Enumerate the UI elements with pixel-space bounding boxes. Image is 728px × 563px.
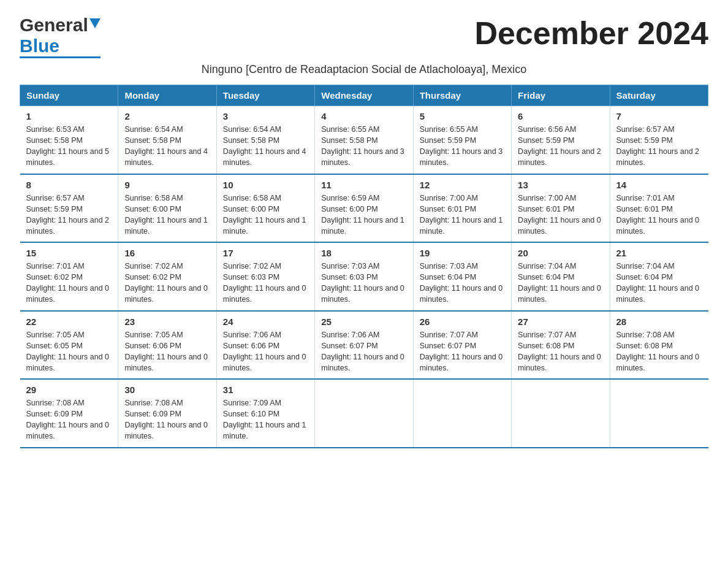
day-number: 6 <box>518 111 603 121</box>
day-cell: 27 Sunrise: 7:07 AMSunset: 6:08 PMDaylig… <box>512 311 610 380</box>
day-cell: 22 Sunrise: 7:05 AMSunset: 6:05 PMDaylig… <box>20 311 118 380</box>
logo-underline <box>20 56 100 58</box>
day-cell: 7 Sunrise: 6:57 AMSunset: 5:59 PMDayligh… <box>610 106 708 174</box>
col-header-friday: Friday <box>512 85 610 106</box>
day-number: 31 <box>223 385 308 395</box>
header: General Blue December 2024 <box>20 15 708 58</box>
day-cell: 25 Sunrise: 7:06 AMSunset: 6:07 PMDaylig… <box>315 311 413 380</box>
day-info: Sunrise: 7:01 AMSunset: 6:02 PMDaylight:… <box>26 262 110 304</box>
day-info: Sunrise: 7:06 AMSunset: 6:07 PMDaylight:… <box>321 331 404 372</box>
day-cell: 15 Sunrise: 7:01 AMSunset: 6:02 PMDaylig… <box>20 242 118 311</box>
day-number: 30 <box>124 385 210 395</box>
calendar-header-row: SundayMondayTuesdayWednesdayThursdayFrid… <box>20 85 708 106</box>
day-cell: 20 Sunrise: 7:04 AMSunset: 6:04 PMDaylig… <box>512 242 610 311</box>
day-info: Sunrise: 7:08 AMSunset: 6:09 PMDaylight:… <box>26 399 110 440</box>
day-cell <box>315 379 413 448</box>
day-info: Sunrise: 6:57 AMSunset: 5:59 PMDaylight:… <box>616 125 700 167</box>
week-row-1: 1 Sunrise: 6:53 AMSunset: 5:58 PMDayligh… <box>20 106 708 174</box>
day-info: Sunrise: 7:05 AMSunset: 6:05 PMDaylight:… <box>26 331 110 372</box>
day-number: 26 <box>420 316 505 327</box>
day-cell: 19 Sunrise: 7:03 AMSunset: 6:04 PMDaylig… <box>413 242 511 311</box>
day-number: 7 <box>616 111 702 121</box>
day-number: 2 <box>124 111 210 121</box>
day-number: 15 <box>26 248 112 258</box>
day-info: Sunrise: 6:59 AMSunset: 6:00 PMDaylight:… <box>321 194 404 236</box>
day-info: Sunrise: 7:07 AMSunset: 6:07 PMDaylight:… <box>420 331 503 372</box>
day-number: 1 <box>26 111 112 121</box>
day-info: Sunrise: 7:08 AMSunset: 6:09 PMDaylight:… <box>124 399 208 440</box>
day-cell: 30 Sunrise: 7:08 AMSunset: 6:09 PMDaylig… <box>118 379 216 448</box>
week-row-4: 22 Sunrise: 7:05 AMSunset: 6:05 PMDaylig… <box>20 311 708 380</box>
day-cell: 11 Sunrise: 6:59 AMSunset: 6:00 PMDaylig… <box>315 174 413 243</box>
day-info: Sunrise: 7:02 AMSunset: 6:02 PMDaylight:… <box>124 262 208 304</box>
day-cell: 29 Sunrise: 7:08 AMSunset: 6:09 PMDaylig… <box>20 379 118 448</box>
day-number: 9 <box>124 180 210 190</box>
day-cell <box>610 379 708 448</box>
day-cell: 10 Sunrise: 6:58 AMSunset: 6:00 PMDaylig… <box>216 174 314 243</box>
day-info: Sunrise: 7:04 AMSunset: 6:04 PMDaylight:… <box>518 262 601 304</box>
day-info: Sunrise: 6:58 AMSunset: 6:00 PMDaylight:… <box>124 194 208 236</box>
day-number: 11 <box>321 180 406 190</box>
day-info: Sunrise: 6:57 AMSunset: 5:59 PMDaylight:… <box>26 194 110 236</box>
day-info: Sunrise: 6:55 AMSunset: 5:58 PMDaylight:… <box>321 125 404 167</box>
day-info: Sunrise: 7:00 AMSunset: 6:01 PMDaylight:… <box>518 194 601 236</box>
day-info: Sunrise: 6:54 AMSunset: 5:58 PMDaylight:… <box>124 125 208 167</box>
day-cell: 31 Sunrise: 7:09 AMSunset: 6:10 PMDaylig… <box>216 379 314 448</box>
day-number: 3 <box>223 111 308 121</box>
day-cell: 26 Sunrise: 7:07 AMSunset: 6:07 PMDaylig… <box>413 311 511 380</box>
col-header-monday: Monday <box>118 85 216 106</box>
day-number: 19 <box>420 248 505 258</box>
day-cell: 4 Sunrise: 6:55 AMSunset: 5:58 PMDayligh… <box>315 106 413 174</box>
page-title: December 2024 <box>474 15 708 52</box>
day-info: Sunrise: 6:55 AMSunset: 5:59 PMDaylight:… <box>420 125 503 167</box>
day-cell: 13 Sunrise: 7:00 AMSunset: 6:01 PMDaylig… <box>512 174 610 243</box>
day-number: 23 <box>124 316 210 327</box>
logo-general: General <box>20 15 88 36</box>
day-cell: 18 Sunrise: 7:03 AMSunset: 6:03 PMDaylig… <box>315 242 413 311</box>
day-info: Sunrise: 7:00 AMSunset: 6:01 PMDaylight:… <box>420 194 503 236</box>
day-number: 24 <box>223 316 308 327</box>
day-cell <box>512 379 610 448</box>
col-header-thursday: Thursday <box>413 85 511 106</box>
day-cell: 8 Sunrise: 6:57 AMSunset: 5:59 PMDayligh… <box>20 174 118 243</box>
day-number: 20 <box>518 248 603 258</box>
day-info: Sunrise: 7:06 AMSunset: 6:06 PMDaylight:… <box>223 331 306 372</box>
day-info: Sunrise: 7:07 AMSunset: 6:08 PMDaylight:… <box>518 331 601 372</box>
svg-marker-0 <box>89 18 100 28</box>
day-cell <box>413 379 511 448</box>
day-number: 16 <box>124 248 210 258</box>
logo: General Blue <box>20 15 100 58</box>
day-number: 28 <box>616 316 702 327</box>
day-number: 29 <box>26 385 112 395</box>
day-info: Sunrise: 7:01 AMSunset: 6:01 PMDaylight:… <box>616 194 700 236</box>
day-cell: 6 Sunrise: 6:56 AMSunset: 5:59 PMDayligh… <box>512 106 610 174</box>
day-number: 13 <box>518 180 603 190</box>
day-info: Sunrise: 6:53 AMSunset: 5:58 PMDaylight:… <box>26 125 110 167</box>
day-cell: 23 Sunrise: 7:05 AMSunset: 6:06 PMDaylig… <box>118 311 216 380</box>
day-number: 25 <box>321 316 406 327</box>
day-cell: 21 Sunrise: 7:04 AMSunset: 6:04 PMDaylig… <box>610 242 708 311</box>
day-info: Sunrise: 6:58 AMSunset: 6:00 PMDaylight:… <box>223 194 306 236</box>
week-row-2: 8 Sunrise: 6:57 AMSunset: 5:59 PMDayligh… <box>20 174 708 243</box>
day-cell: 12 Sunrise: 7:00 AMSunset: 6:01 PMDaylig… <box>413 174 511 243</box>
col-header-sunday: Sunday <box>20 85 118 106</box>
calendar-table: SundayMondayTuesdayWednesdayThursdayFrid… <box>20 85 708 448</box>
day-cell: 28 Sunrise: 7:08 AMSunset: 6:08 PMDaylig… <box>610 311 708 380</box>
day-number: 21 <box>616 248 702 258</box>
day-cell: 24 Sunrise: 7:06 AMSunset: 6:06 PMDaylig… <box>216 311 314 380</box>
col-header-wednesday: Wednesday <box>315 85 413 106</box>
day-info: Sunrise: 7:04 AMSunset: 6:04 PMDaylight:… <box>616 262 700 304</box>
col-header-saturday: Saturday <box>610 85 708 106</box>
week-row-3: 15 Sunrise: 7:01 AMSunset: 6:02 PMDaylig… <box>20 242 708 311</box>
day-number: 17 <box>223 248 308 258</box>
day-cell: 17 Sunrise: 7:02 AMSunset: 6:03 PMDaylig… <box>216 242 314 311</box>
day-cell: 3 Sunrise: 6:54 AMSunset: 5:58 PMDayligh… <box>216 106 314 174</box>
day-info: Sunrise: 7:03 AMSunset: 6:03 PMDaylight:… <box>321 262 404 304</box>
subtitle: Ninguno [Centro de Readaptacion Social d… <box>20 63 708 76</box>
day-number: 22 <box>26 316 112 327</box>
day-info: Sunrise: 6:54 AMSunset: 5:58 PMDaylight:… <box>223 125 306 167</box>
logo-blue: Blue <box>20 36 59 56</box>
week-row-5: 29 Sunrise: 7:08 AMSunset: 6:09 PMDaylig… <box>20 379 708 448</box>
day-number: 4 <box>321 111 406 121</box>
day-number: 14 <box>616 180 702 190</box>
